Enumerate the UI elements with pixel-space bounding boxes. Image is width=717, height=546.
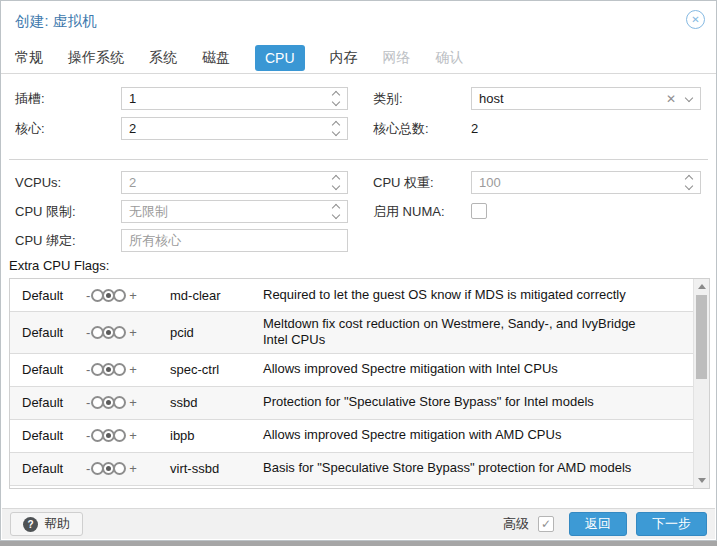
dialog-title: 创建: 虚拟机 (15, 12, 97, 31)
cpu-weight-spinner[interactable]: 100 (471, 171, 701, 194)
flag-state-label: Default (10, 395, 83, 410)
scrollbar[interactable] (693, 279, 709, 488)
tab-network: 网络 (383, 49, 411, 67)
tab-confirm: 确认 (436, 49, 464, 67)
plus-icon[interactable]: + (126, 461, 140, 476)
flag-name: ibpb (170, 428, 263, 443)
tab-os[interactable]: 操作系统 (68, 49, 124, 67)
enable-numa-checkbox[interactable] (471, 203, 487, 219)
spinner-down-icon[interactable] (685, 182, 693, 190)
flag-description: Allows improved Spectre mitigation with … (263, 423, 653, 447)
cpu-flags-table: Default - + md-clear Required to let the… (9, 278, 710, 489)
cores-label: 核心: (15, 117, 45, 140)
plus-icon[interactable]: + (126, 288, 140, 303)
cores-spinner[interactable]: 2 (121, 117, 348, 140)
cpu-flag-row: Default - + spec-ctrl Allows improved Sp… (10, 354, 693, 387)
advanced-checkbox[interactable]: ✓ (538, 516, 554, 532)
cpu-type-combo[interactable]: host ✕ (471, 87, 701, 110)
clear-icon[interactable]: ✕ (666, 92, 676, 106)
spinner-down-icon[interactable] (332, 211, 340, 219)
flag-state-label: Default (10, 362, 83, 377)
plus-icon[interactable]: + (126, 428, 140, 443)
flag-tristate-slider[interactable]: - + (83, 288, 170, 303)
scroll-up-icon[interactable] (694, 279, 709, 294)
flag-name: pcid (170, 325, 263, 340)
tab-memory[interactable]: 内存 (330, 49, 358, 67)
tristate-on-option[interactable] (113, 429, 126, 442)
flag-description: Basis for "Speculative Store Bypass" pro… (263, 456, 653, 480)
next-button[interactable]: 下一步 (636, 512, 707, 536)
flag-description: Allows improved Spectre mitigation with … (263, 357, 653, 381)
help-glyph: ? (27, 519, 33, 530)
cpu-type-value: host (479, 91, 666, 106)
flag-name: spec-ctrl (170, 362, 263, 377)
vcpus-label: VCPUs: (15, 171, 61, 194)
close-glyph: ✕ (691, 15, 699, 25)
tab-cpu[interactable]: CPU (255, 45, 305, 71)
sockets-spin-buttons[interactable] (325, 88, 347, 109)
flag-tristate-slider[interactable]: - + (83, 428, 170, 443)
cpu-affinity-label: CPU 绑定: (15, 229, 76, 252)
spinner-down-icon[interactable] (332, 182, 340, 190)
cpu-affinity-input[interactable]: 所有核心 (121, 229, 348, 252)
plus-icon[interactable]: + (126, 325, 140, 340)
chevron-down-icon[interactable] (685, 94, 693, 102)
tristate-on-option[interactable] (113, 462, 126, 475)
cpu-flag-row: Default - + ibpb Allows improved Spectre… (10, 420, 693, 453)
flag-description: Meltdown fix cost reduction on Westmere,… (263, 312, 653, 353)
cpu-flags-table-body: Default - + md-clear Required to let the… (10, 279, 693, 486)
tab-general[interactable]: 常规 (15, 49, 43, 67)
footer-actions: 高级 ✓ 返回 下一步 (503, 512, 707, 536)
tristate-on-option[interactable] (113, 289, 126, 302)
tab-bar: 常规 操作系统 系统 磁盘 CPU 内存 网络 确认 (1, 42, 716, 74)
cpu-weight-placeholder: 100 (479, 175, 678, 190)
flag-tristate-slider[interactable]: - + (83, 325, 170, 340)
back-button[interactable]: 返回 (569, 512, 627, 536)
cpu-weight-label: CPU 权重: (373, 171, 434, 194)
tab-system[interactable]: 系统 (149, 49, 177, 67)
spinner-down-icon[interactable] (332, 98, 340, 106)
help-button[interactable]: ? 帮助 (10, 512, 83, 536)
flag-tristate-slider[interactable]: - + (83, 395, 170, 410)
cpu-flag-row: Default - + pcid Meltdown fix cost reduc… (10, 312, 693, 354)
cpu-limit-spin-buttons[interactable] (325, 201, 347, 222)
enable-numa-label: 启用 NUMA: (373, 200, 445, 223)
tristate-on-option[interactable] (113, 363, 126, 376)
spinner-down-icon[interactable] (332, 128, 340, 136)
plus-icon[interactable]: + (126, 395, 140, 410)
cpu-limit-label: CPU 限制: (15, 200, 76, 223)
check-icon: ✓ (541, 517, 551, 531)
scroll-down-icon[interactable] (694, 473, 709, 488)
help-icon: ? (23, 517, 38, 532)
flag-description: Protection for "Speculative Store Bypass… (263, 390, 653, 414)
vcpus-spin-buttons[interactable] (325, 172, 347, 193)
cpu-flag-row: Default - + ssbd Protection for "Specula… (10, 387, 693, 420)
flag-name: md-clear (170, 288, 263, 303)
cpu-flag-row: Default - + virt-ssbd Basis for "Specula… (10, 453, 693, 486)
cpu-limit-spinner[interactable]: 无限制 (121, 200, 348, 223)
flag-tristate-slider[interactable]: - + (83, 461, 170, 476)
combo-icons: ✕ (666, 92, 700, 106)
tristate-on-option[interactable] (113, 326, 126, 339)
plus-icon[interactable]: + (126, 362, 140, 377)
sockets-spinner[interactable]: 1 (121, 87, 348, 110)
section-divider (9, 159, 708, 160)
cpu-flags-title: Extra CPU Flags: (9, 258, 109, 273)
cpu-flag-row: Default - + md-clear Required to let the… (10, 279, 693, 312)
cpu-weight-spin-buttons[interactable] (678, 172, 700, 193)
vcpus-placeholder: 2 (129, 175, 325, 190)
vcpus-spinner[interactable]: 2 (121, 171, 348, 194)
flag-description: Required to let the guest OS know if MDS… (263, 283, 653, 307)
scrollbar-thumb[interactable] (696, 295, 707, 379)
total-cores-value: 2 (471, 117, 478, 140)
flag-name: ssbd (170, 395, 263, 410)
tristate-on-option[interactable] (113, 396, 126, 409)
tab-disks[interactable]: 磁盘 (202, 49, 230, 67)
cores-spin-buttons[interactable] (325, 118, 347, 139)
cpu-limit-placeholder: 无限制 (129, 203, 325, 221)
flag-state-label: Default (10, 325, 83, 340)
flag-tristate-slider[interactable]: - + (83, 362, 170, 377)
close-icon[interactable]: ✕ (686, 10, 705, 29)
flag-state-label: Default (10, 288, 83, 303)
cpu-type-label: 类别: (373, 87, 403, 110)
